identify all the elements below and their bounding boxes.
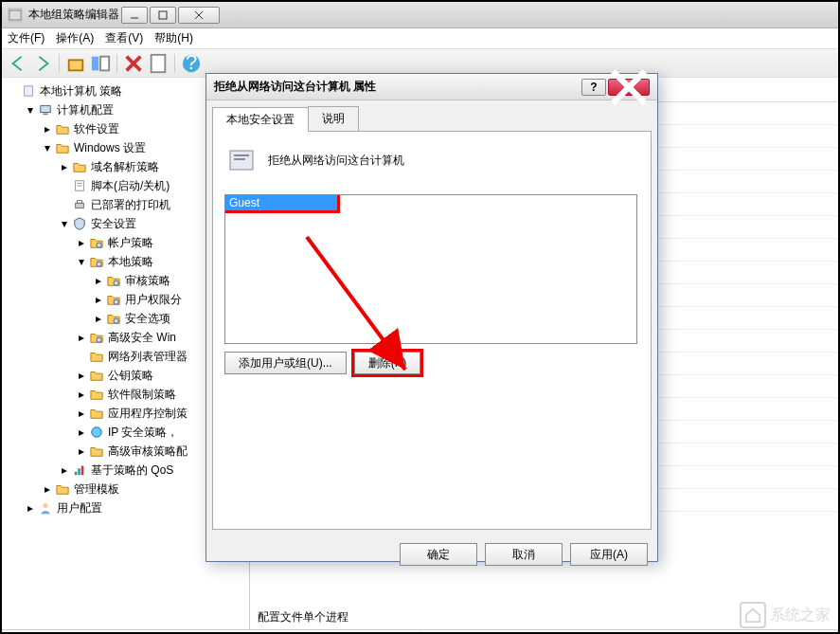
expand-icon[interactable]: ▸ (93, 313, 104, 324)
expand-icon[interactable]: ▸ (76, 370, 87, 381)
svg-rect-13 (25, 86, 33, 97)
expand-icon[interactable] (59, 199, 70, 210)
apply-button[interactable]: 应用(A) (570, 543, 648, 566)
expand-icon[interactable]: ▸ (76, 445, 87, 457)
expand-icon[interactable]: ▾ (76, 256, 87, 267)
tree-label: 脚本(启动/关机) (91, 178, 170, 194)
delete-icon[interactable] (123, 53, 144, 74)
svg-rect-29 (78, 468, 80, 475)
help-icon[interactable]: ? (181, 53, 202, 74)
tree-label: 审核策略 (125, 273, 170, 289)
expand-icon[interactable]: ▸ (42, 123, 53, 135)
back-icon[interactable] (8, 53, 28, 74)
close-button[interactable] (178, 7, 220, 24)
dialog-close-button[interactable] (608, 79, 650, 96)
computer-icon (38, 102, 53, 118)
expand-icon[interactable]: ▸ (59, 161, 70, 172)
watermark-logo-icon (740, 602, 766, 628)
statusbar-cell (2, 630, 420, 634)
menubar: 文件(F) 操作(A) 查看(V) 帮助(H) (2, 28, 838, 49)
svg-point-26 (97, 337, 101, 342)
security-icon (72, 216, 87, 231)
tree-label: 网络列表管理器 (108, 349, 188, 365)
expand-icon[interactable]: ▸ (42, 483, 53, 495)
expand-icon[interactable]: ▸ (93, 294, 104, 305)
tree-label: Windows 设置 (74, 140, 146, 156)
tree-label: 软件设置 (74, 121, 119, 137)
expand-icon[interactable]: ▸ (25, 502, 36, 514)
cancel-button[interactable]: 取消 (485, 543, 563, 566)
tree-label: 高级安全 Win (108, 330, 176, 346)
folder-sec-icon (89, 235, 104, 250)
expand-icon[interactable] (8, 85, 19, 97)
expand-icon[interactable]: ▸ (76, 408, 87, 419)
expand-icon[interactable]: ▾ (59, 218, 70, 229)
action-row: 添加用户或组(U)... 删除(R) (224, 352, 639, 374)
svg-point-21 (97, 243, 101, 247)
folder-icon (89, 444, 104, 459)
svg-rect-30 (81, 466, 84, 476)
watermark-text: 系统之家 (770, 606, 831, 625)
list-item-guest[interactable]: Guest (225, 195, 337, 210)
expand-icon[interactable]: ▸ (76, 332, 87, 343)
policy-icon (21, 83, 36, 99)
svg-point-22 (97, 262, 101, 266)
folder-sec-icon (106, 273, 121, 288)
folder-icon (72, 159, 87, 174)
folder-icon (55, 140, 70, 155)
expand-icon[interactable]: ▾ (42, 142, 53, 154)
script-icon (72, 178, 87, 193)
svg-rect-2 (159, 11, 167, 19)
tree-label: 用户配置 (57, 500, 102, 516)
ok-button[interactable]: 确定 (400, 543, 477, 566)
svg-point-23 (114, 281, 118, 285)
maximize-button[interactable] (150, 7, 176, 24)
tab-explanation[interactable]: 说明 (308, 106, 359, 131)
add-user-button[interactable]: 添加用户或组(U)... (224, 352, 347, 374)
expand-icon[interactable]: ▸ (76, 426, 87, 438)
tree-label: 已部署的打印机 (91, 197, 170, 213)
forward-icon[interactable] (32, 53, 53, 74)
properties-icon[interactable] (148, 53, 169, 74)
tree-label: 用户权限分 (125, 292, 182, 308)
user-icon (38, 500, 53, 516)
dialog-help-button[interactable]: ? (581, 79, 606, 96)
menu-action[interactable]: 操作(A) (56, 30, 94, 46)
delete-button[interactable]: 删除(R) (354, 352, 421, 374)
tree-label: 域名解析策略 (91, 159, 159, 175)
expand-icon[interactable]: ▸ (59, 464, 70, 476)
svg-rect-14 (41, 106, 51, 113)
watermark: 系统之家 (740, 602, 831, 628)
expand-icon[interactable]: ▾ (25, 104, 36, 116)
folder-sec-icon (89, 330, 104, 345)
tabs: 本地安全设置 说明 (212, 106, 652, 132)
expand-icon[interactable]: ▸ (93, 275, 104, 286)
tree-label: 计算机配置 (57, 102, 114, 118)
statusbar-cell (420, 630, 839, 634)
menu-file[interactable]: 文件(F) (8, 30, 45, 46)
tree-label: 应用程序控制策 (108, 406, 188, 422)
dialog-footer: 确定 取消 应用(A) (206, 535, 657, 573)
tree-label: IP 安全策略， (108, 425, 178, 441)
right-bottom-item[interactable]: 配置文件单个进程 (258, 609, 349, 625)
tree-label: 安全选项 (125, 311, 170, 327)
expand-icon[interactable]: ▸ (76, 389, 87, 400)
ipsec-icon (89, 425, 104, 440)
menu-help[interactable]: 帮助(H) (154, 30, 193, 46)
expand-icon[interactable] (76, 351, 87, 362)
folder-icon (89, 387, 104, 402)
policy-icon (224, 143, 259, 177)
up-icon[interactable] (65, 53, 86, 74)
svg-point-25 (114, 318, 118, 323)
folder-sec-icon (89, 254, 104, 269)
show-hide-icon[interactable] (90, 53, 111, 74)
expand-icon[interactable] (59, 180, 70, 191)
minimize-button[interactable] (121, 7, 148, 24)
tab-local-security[interactable]: 本地安全设置 (212, 107, 309, 132)
users-listbox[interactable]: Guest (224, 194, 637, 344)
folder-icon (89, 368, 104, 383)
expand-icon[interactable]: ▸ (76, 237, 87, 248)
tree-label: 本地策略 (108, 254, 153, 270)
svg-rect-35 (234, 154, 249, 156)
menu-view[interactable]: 查看(V) (105, 30, 143, 46)
